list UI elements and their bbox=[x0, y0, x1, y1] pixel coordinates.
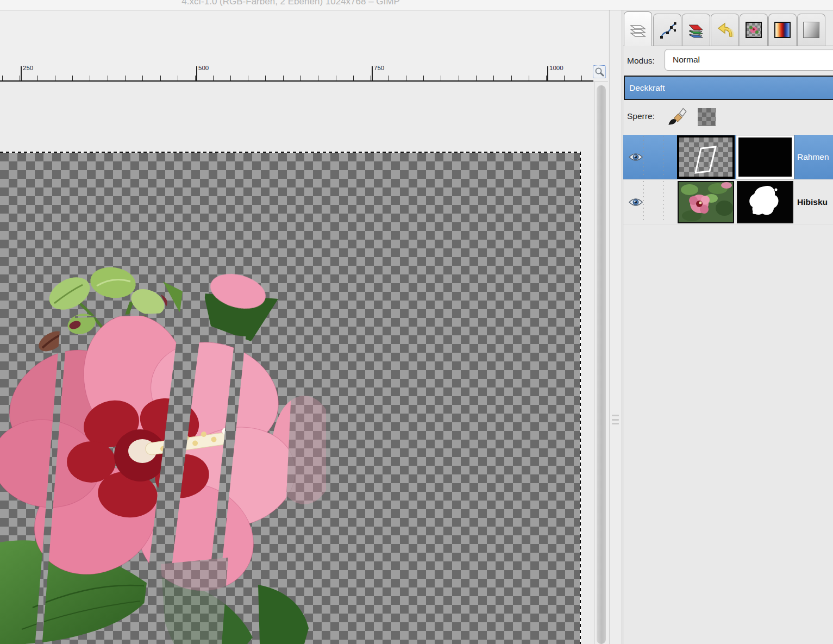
lock-alpha-icon[interactable] bbox=[698, 108, 716, 126]
ruler-label: 1000 bbox=[549, 65, 563, 71]
lock-label: Sperre: bbox=[627, 105, 655, 127]
ruler-label: 750 bbox=[374, 65, 384, 71]
channels-icon bbox=[687, 21, 705, 39]
tab-layers[interactable] bbox=[624, 11, 652, 46]
horizontal-ruler[interactable]: 250 500 750 1000 bbox=[0, 64, 593, 82]
layer-thumbnail[interactable] bbox=[678, 181, 734, 223]
canvas-viewport[interactable] bbox=[0, 82, 594, 644]
splitter-grip[interactable] bbox=[612, 414, 619, 426]
tab-channels[interactable] bbox=[682, 14, 710, 46]
tab-colors[interactable] bbox=[768, 14, 797, 46]
tabbar-divider bbox=[623, 46, 833, 46]
hibiscus-image bbox=[0, 260, 326, 644]
visibility-eye-icon[interactable] bbox=[628, 197, 643, 208]
zoom-follow-window-button[interactable] bbox=[593, 65, 606, 78]
tab-undo-history[interactable] bbox=[711, 14, 739, 46]
colors-icon bbox=[774, 22, 791, 38]
scrollbar-thumb[interactable] bbox=[597, 85, 606, 644]
splitter-line bbox=[622, 10, 622, 644]
layers-icon bbox=[629, 20, 647, 39]
ruler-label: 250 bbox=[23, 65, 33, 71]
tab-paths[interactable] bbox=[653, 14, 681, 46]
undo-history-icon bbox=[716, 21, 734, 39]
chain-column[interactable] bbox=[643, 181, 644, 223]
visibility-eye-icon[interactable] bbox=[628, 152, 643, 162]
magnifier-icon bbox=[594, 67, 604, 77]
pane-splitter[interactable] bbox=[608, 10, 623, 644]
chain-column[interactable] bbox=[663, 181, 664, 223]
ruler-label: 500 bbox=[198, 65, 209, 71]
chain-column[interactable] bbox=[663, 136, 664, 178]
layers-dock-panel: Modus: Normal Deckkraft Sperre: bbox=[623, 10, 833, 644]
layer-row-rahmen[interactable]: Rahmen bbox=[623, 135, 833, 179]
splitter-line bbox=[609, 10, 610, 644]
tab-image-thumbnail[interactable] bbox=[740, 14, 768, 46]
canvas-vertical-scrollbar[interactable] bbox=[594, 82, 608, 644]
opacity-label: Deckkraft bbox=[629, 77, 665, 99]
mode-dropdown[interactable]: Normal bbox=[665, 49, 833, 71]
mode-label: Modus: bbox=[627, 50, 655, 72]
layer-boundary-right bbox=[580, 152, 581, 644]
opacity-slider[interactable]: Deckkraft bbox=[624, 76, 833, 100]
layer-boundary-top bbox=[0, 152, 581, 153]
title-bar[interactable]: 4.xcf-1.0 (RGB-Farben, 2 Ebenen) 1024x76… bbox=[0, 0, 833, 10]
layer-thumbnail[interactable] bbox=[677, 135, 735, 179]
lock-pixels-brush-icon[interactable] bbox=[667, 106, 687, 127]
window-title: 4.xcf-1.0 (RGB-Farben, 2 Ebenen) 1024x76… bbox=[181, 0, 400, 7]
gradient-icon bbox=[803, 22, 819, 38]
gimp-window: 4.xcf-1.0 (RGB-Farben, 2 Ebenen) 1024x76… bbox=[0, 0, 833, 644]
layer-name: Rahmen bbox=[797, 135, 829, 179]
image-thumbnail-icon bbox=[746, 22, 762, 38]
chain-column[interactable] bbox=[643, 136, 644, 178]
tab-gradients[interactable] bbox=[797, 14, 825, 46]
layer-mask-thumbnail[interactable] bbox=[737, 181, 793, 223]
layer-row-hibiskus[interactable]: Hibisku bbox=[623, 180, 833, 224]
layer-name: Hibisku bbox=[797, 180, 828, 224]
paths-icon bbox=[658, 21, 677, 39]
layer-mask-thumbnail[interactable] bbox=[736, 135, 794, 179]
